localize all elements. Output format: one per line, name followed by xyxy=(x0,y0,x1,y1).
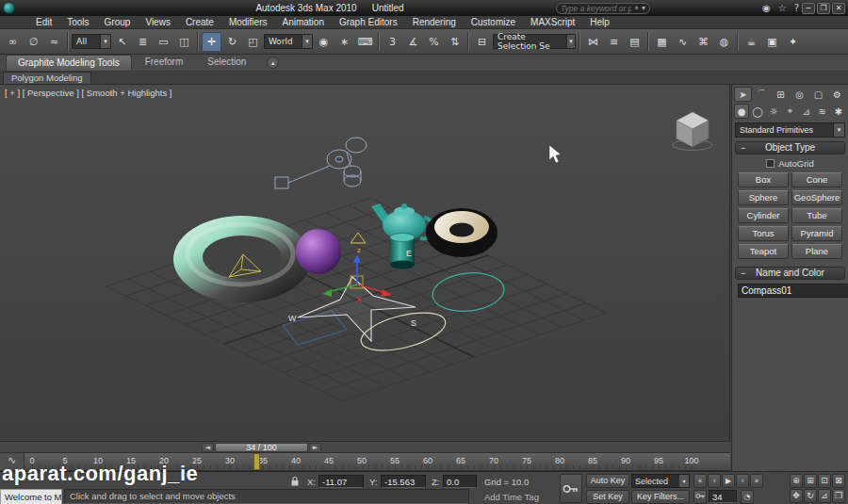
mirror-icon[interactable]: ⋈ xyxy=(583,32,603,52)
cone-button[interactable]: Cone xyxy=(791,172,842,187)
sphere-object[interactable] xyxy=(296,229,341,274)
menu-customize[interactable]: Customize xyxy=(464,16,523,29)
tab-freeform[interactable]: Freeform xyxy=(134,55,195,71)
cylinder-button[interactable]: Cylinder xyxy=(738,208,789,223)
go-to-start-button[interactable]: « xyxy=(693,474,707,488)
spacewarps-category-icon[interactable]: ≋ xyxy=(815,104,830,119)
tab-selection[interactable]: Selection xyxy=(196,55,257,71)
geometry-category-icon[interactable]: ● xyxy=(734,104,749,119)
rendered-frame-window-icon[interactable]: ▣ xyxy=(762,32,782,52)
current-frame-field[interactable] xyxy=(709,490,737,503)
box-button[interactable]: Box xyxy=(738,172,789,187)
selected-set-dropdown[interactable]: Selected ▾ xyxy=(631,474,690,488)
reference-coordinate-dropdown[interactable]: World ▾ xyxy=(264,34,313,49)
dolly-view-icon[interactable]: ⊿ xyxy=(818,489,831,503)
geosphere-button[interactable]: GeoSphere xyxy=(791,190,842,205)
object-type-rollout-header[interactable]: − Object Type xyxy=(735,141,845,154)
zoom-extents-icon[interactable]: ⊡ xyxy=(818,474,831,488)
rectangular-selection-region-icon[interactable]: ▭ xyxy=(154,32,173,52)
help-icon[interactable]: ? xyxy=(794,3,799,13)
percent-snap-icon[interactable]: % xyxy=(424,32,444,52)
go-to-end-button[interactable]: » xyxy=(750,474,763,488)
set-key-button[interactable]: Set Key xyxy=(586,490,629,504)
align-icon[interactable]: ≡ xyxy=(604,32,624,52)
menu-views[interactable]: Views xyxy=(138,16,178,29)
menu-rendering[interactable]: Rendering xyxy=(405,16,464,29)
key-filters-button[interactable]: Key Filters... xyxy=(631,490,690,504)
render-setup-icon[interactable]: ☕ xyxy=(742,32,761,52)
perspective-viewport[interactable]: [ + ] [ Perspective ] [ Smooth + Highlig… xyxy=(0,85,730,441)
menu-animation[interactable]: Animation xyxy=(274,16,331,29)
search-input[interactable] xyxy=(561,4,631,13)
curve-editor-icon[interactable]: ∿ xyxy=(673,32,693,52)
select-and-move-icon[interactable]: ✛ xyxy=(202,32,221,52)
modify-tab-icon[interactable]: ⌒ xyxy=(753,87,771,102)
edit-named-selection-sets-icon[interactable]: ⊟ xyxy=(472,32,492,52)
material-editor-icon[interactable]: ◍ xyxy=(714,32,734,52)
layer-manager-icon[interactable]: ▤ xyxy=(625,32,644,52)
x-coordinate-field[interactable] xyxy=(318,475,364,488)
zoom-icon[interactable]: ⊕ xyxy=(790,474,803,488)
selection-lock-icon[interactable] xyxy=(290,476,300,487)
lights-category-icon[interactable]: ☼ xyxy=(766,104,781,119)
plane-button[interactable]: Plane xyxy=(791,244,842,259)
search-scope-icon[interactable]: ⌖ xyxy=(634,4,639,13)
donut-torus-object[interactable] xyxy=(426,208,497,257)
torus-button[interactable]: Torus xyxy=(738,226,789,241)
display-tab-icon[interactable]: ▢ xyxy=(809,87,827,102)
bind-to-space-warp-icon[interactable]: ≈ xyxy=(44,32,64,52)
next-frame-arrow[interactable]: ► xyxy=(309,443,321,452)
tube-button[interactable]: Tube xyxy=(791,208,842,223)
schematic-view-icon[interactable]: ⌘ xyxy=(693,32,713,52)
utilities-tab-icon[interactable]: ⚙ xyxy=(828,87,846,102)
menu-tools[interactable]: Tools xyxy=(59,16,96,29)
name-color-rollout-header[interactable]: − Name and Color xyxy=(735,267,845,280)
primitives-dropdown[interactable]: Standard Primitives ▾ xyxy=(735,122,845,138)
time-slider-handle[interactable]: 34 / 100 xyxy=(215,443,308,452)
play-button[interactable]: ▶ xyxy=(722,474,735,488)
render-production-icon[interactable]: ✦ xyxy=(783,32,803,52)
select-and-manipulate-icon[interactable]: ∗ xyxy=(334,32,354,52)
viewport-canvas[interactable]: z E W S X xyxy=(0,85,730,441)
ribbon-collapse-button[interactable]: ▴ xyxy=(267,57,279,69)
viewcube[interactable] xyxy=(673,112,712,151)
teapot-button[interactable]: Teapot xyxy=(738,244,789,259)
hierarchy-tab-icon[interactable]: ⊞ xyxy=(772,87,790,102)
cameras-category-icon[interactable]: ⌖ xyxy=(782,104,797,119)
previous-frame-button[interactable]: ‹ xyxy=(708,474,721,488)
helpers-category-icon[interactable]: ⊿ xyxy=(799,104,814,119)
set-keys-button[interactable] xyxy=(560,474,582,503)
menu-create[interactable]: Create xyxy=(178,16,221,29)
pan-view-icon[interactable]: ✥ xyxy=(790,489,803,503)
select-and-rotate-icon[interactable]: ↻ xyxy=(222,32,242,52)
previous-frame-arrow[interactable]: ◄ xyxy=(202,443,214,452)
menu-graph-editors[interactable]: Graph Editors xyxy=(332,16,405,29)
shapes-category-icon[interactable]: ◯ xyxy=(750,104,765,119)
favorites-icon[interactable]: ☆ xyxy=(778,3,787,13)
systems-category-icon[interactable]: ✱ xyxy=(831,104,846,119)
use-pivot-point-center-icon[interactable]: ◉ xyxy=(314,32,334,52)
autogrid-checkbox[interactable] xyxy=(766,159,775,168)
motion-tab-icon[interactable]: ◎ xyxy=(791,87,808,102)
tab-graphite-modeling-tools[interactable]: Graphite Modeling Tools xyxy=(6,55,132,71)
current-frame-marker[interactable] xyxy=(253,453,260,470)
add-time-tag[interactable]: Add Time Tag xyxy=(484,492,539,502)
wireframe-helper-objects[interactable] xyxy=(275,138,367,188)
select-object-icon[interactable]: ↖ xyxy=(112,32,132,52)
time-slider[interactable]: ◄ 34 / 100 ► xyxy=(0,441,730,453)
pyramid-button[interactable]: Pyramid xyxy=(791,226,842,241)
keyboard-override-icon[interactable]: ⌨ xyxy=(355,32,375,52)
select-and-scale-icon[interactable]: ◰ xyxy=(243,32,263,52)
menu-edit[interactable]: Edit xyxy=(28,16,59,29)
menu-modifiers[interactable]: Modifiers xyxy=(221,16,275,29)
orbit-view-icon[interactable]: ↻ xyxy=(804,489,817,503)
search-dropdown-icon[interactable]: ▾ xyxy=(642,4,645,12)
z-coordinate-field[interactable] xyxy=(443,475,477,488)
sphere-button[interactable]: Sphere xyxy=(738,190,789,205)
close-button[interactable]: ✕ xyxy=(832,3,845,14)
app-logo-icon[interactable] xyxy=(3,2,15,14)
unlink-selection-icon[interactable]: ∅ xyxy=(24,32,43,52)
spinner-snap-icon[interactable]: ⇅ xyxy=(445,32,465,52)
viewport-label[interactable]: [ + ] [ Perspective ] [ Smooth + Highlig… xyxy=(5,88,171,98)
communication-center-icon[interactable]: ◉ xyxy=(762,3,771,13)
